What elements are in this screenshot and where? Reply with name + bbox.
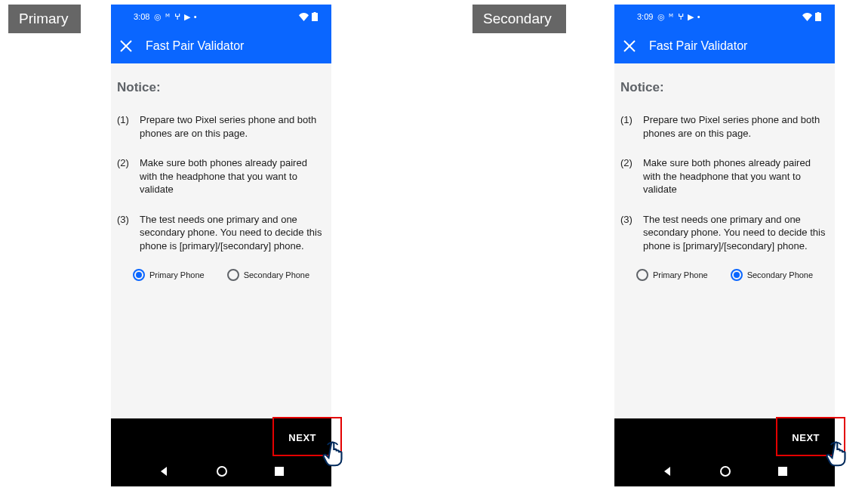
wifi-icon <box>299 13 309 21</box>
svg-rect-1 <box>314 12 316 14</box>
svg-rect-5 <box>817 12 820 14</box>
notice-text: Prepare two Pixel series phone and both … <box>140 113 325 140</box>
notice-number: (1) <box>117 113 132 140</box>
status-notification-icons: ◎ ᴹ ⵖ ▶ • <box>154 12 197 22</box>
notice-text: The test needs one primary and one secon… <box>643 213 829 253</box>
close-icon[interactable] <box>120 40 132 52</box>
radio-group: Primary Phone Secondary Phone <box>620 269 829 281</box>
wifi-icon <box>802 13 812 21</box>
notice-text: Prepare two Pixel series phone and both … <box>643 113 829 140</box>
battery-icon <box>312 12 318 21</box>
phone-secondary: 3:09 ◎ ᴹ ⵖ ▶ • Fast Pair Validator Notic… <box>614 5 835 486</box>
radio-secondary-phone[interactable]: Secondary Phone <box>227 269 309 281</box>
phone-screen: 3:09 ◎ ᴹ ⵖ ▶ • Fast Pair Validator Notic… <box>614 5 835 486</box>
notice-item: (2) Make sure both phones already paired… <box>117 156 325 196</box>
nav-recents-icon[interactable] <box>778 467 787 476</box>
notice-list: (1) Prepare two Pixel series phone and b… <box>117 113 325 252</box>
notice-item: (3) The test needs one primary and one s… <box>117 213 325 253</box>
notice-item: (1) Prepare two Pixel series phone and b… <box>620 113 829 140</box>
notice-text: Make sure both phones already paired wit… <box>643 156 829 196</box>
device-label-secondary: Secondary <box>472 5 566 33</box>
app-bar: Fast Pair Validator <box>111 29 331 63</box>
notice-item: (1) Prepare two Pixel series phone and b… <box>117 113 325 140</box>
radio-button-icon <box>731 269 743 281</box>
device-label-primary: Primary <box>8 5 81 33</box>
notice-number: (3) <box>620 213 636 253</box>
phone-primary: 3:08 ◎ ᴹ ⵖ ▶ • Fast Pair Validator Notic… <box>111 5 331 486</box>
next-button[interactable]: NEXT <box>777 418 835 456</box>
notice-heading: Notice: <box>117 80 325 95</box>
status-bar: 3:08 ◎ ᴹ ⵖ ▶ • <box>111 5 331 29</box>
battery-icon <box>815 12 821 21</box>
notice-text: The test needs one primary and one secon… <box>140 213 325 253</box>
status-time: 3:08 <box>134 12 149 21</box>
radio-label: Secondary Phone <box>244 270 309 279</box>
radio-secondary-phone[interactable]: Secondary Phone <box>731 269 813 281</box>
radio-label: Secondary Phone <box>747 270 813 279</box>
radio-label: Primary Phone <box>149 270 205 279</box>
status-right-icons <box>802 12 821 21</box>
radio-primary-phone[interactable]: Primary Phone <box>636 269 708 281</box>
status-time: 3:09 <box>637 12 653 21</box>
svg-rect-0 <box>312 13 318 21</box>
notice-number: (2) <box>117 156 132 196</box>
notice-item: (3) The test needs one primary and one s… <box>620 213 829 253</box>
android-nav-bar <box>111 456 331 486</box>
nav-back-icon[interactable] <box>662 466 673 477</box>
next-button-label: NEXT <box>792 432 820 443</box>
notice-heading: Notice: <box>620 80 829 95</box>
radio-group: Primary Phone Secondary Phone <box>117 269 325 281</box>
notice-list: (1) Prepare two Pixel series phone and b… <box>620 113 829 252</box>
app-title: Fast Pair Validator <box>146 39 244 53</box>
app-title: Fast Pair Validator <box>649 39 747 53</box>
notice-item: (2) Make sure both phones already paired… <box>620 156 829 196</box>
app-bar: Fast Pair Validator <box>614 29 835 63</box>
bottom-action-bar: NEXT <box>111 418 331 456</box>
radio-button-icon <box>636 269 648 281</box>
radio-label: Primary Phone <box>653 270 708 279</box>
nav-home-icon[interactable] <box>217 466 227 477</box>
next-button[interactable]: NEXT <box>273 418 331 456</box>
status-left: 3:09 ◎ ᴹ ⵖ ▶ • <box>637 12 701 22</box>
bottom-action-bar: NEXT <box>614 418 835 456</box>
phone-screen: 3:08 ◎ ᴹ ⵖ ▶ • Fast Pair Validator Notic… <box>111 5 331 486</box>
radio-button-icon <box>227 269 239 281</box>
close-icon[interactable] <box>623 40 636 52</box>
nav-back-icon[interactable] <box>159 466 169 477</box>
notice-number: (3) <box>117 213 132 253</box>
svg-rect-4 <box>815 13 821 21</box>
device-label-primary-text: Primary <box>19 11 68 27</box>
notice-number: (1) <box>620 113 636 140</box>
nav-home-icon[interactable] <box>720 466 731 477</box>
notice-number: (2) <box>620 156 636 196</box>
status-right-icons <box>299 12 318 21</box>
nav-recents-icon[interactable] <box>275 467 284 476</box>
radio-button-icon <box>133 269 145 281</box>
device-label-secondary-text: Secondary <box>483 11 552 27</box>
content-area: Notice: (1) Prepare two Pixel series pho… <box>614 63 835 418</box>
android-nav-bar <box>614 456 835 486</box>
next-button-label: NEXT <box>288 432 316 443</box>
status-left: 3:08 ◎ ᴹ ⵖ ▶ • <box>134 12 198 22</box>
content-area: Notice: (1) Prepare two Pixel series pho… <box>111 63 331 418</box>
notice-text: Make sure both phones already paired wit… <box>140 156 325 196</box>
status-bar: 3:09 ◎ ᴹ ⵖ ▶ • <box>614 5 835 29</box>
status-notification-icons: ◎ ᴹ ⵖ ▶ • <box>657 12 700 22</box>
radio-primary-phone[interactable]: Primary Phone <box>133 269 205 281</box>
